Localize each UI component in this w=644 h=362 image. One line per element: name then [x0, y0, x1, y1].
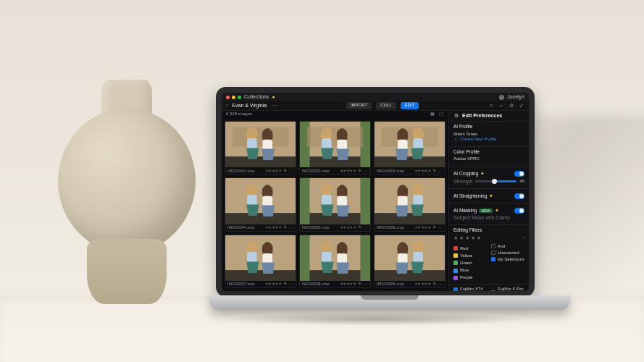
gear-icon[interactable]: ⚙ [509, 103, 514, 109]
plus-icon: ＋ [453, 137, 458, 142]
window-titlebar: Collections ● Jocelyn [222, 93, 529, 101]
rating-stars[interactable]: ★★★★★ [414, 282, 431, 287]
create-profile-link[interactable]: ＋ Create New Profile [453, 137, 524, 142]
view-single-icon[interactable]: ▢ [438, 111, 444, 117]
thumbnail-meta: IMG00009.xmp ★★★★★ ⚑ ⋯ [375, 281, 445, 287]
rating-stars[interactable]: ★★★★★ [265, 282, 282, 287]
more-icon[interactable]: ⋯ [289, 225, 293, 230]
rating-stars[interactable]: ★★★★★ [414, 225, 431, 230]
flag-icon[interactable]: ⚑ [358, 225, 361, 230]
collections-label[interactable]: Collections [244, 94, 269, 100]
thumbnail-image[interactable] [300, 122, 370, 167]
svg-rect-17 [375, 156, 445, 167]
camera-preset[interactable]: Fujifilm X-Pro 2 [491, 287, 524, 291]
svg-rect-22 [398, 140, 408, 151]
thumbnail-filename: IMG00005.xmp [302, 225, 338, 230]
ai-crop-toggle[interactable] [514, 171, 524, 177]
and-up-icon[interactable]: › [523, 235, 524, 241]
view-grid-icon[interactable]: ▦ [430, 111, 435, 117]
svg-rect-56 [337, 253, 347, 264]
rating-stars[interactable]: ★★★★★ [340, 225, 356, 230]
ai-mask-sub[interactable]: Subject Mask with Clarity [453, 215, 524, 221]
thumbnail-image[interactable] [375, 235, 445, 281]
thumbnail-filename: IMG00009.xmp [377, 282, 412, 287]
svg-rect-20 [413, 138, 423, 150]
rating-stars[interactable]: ★★★★★ [340, 169, 356, 174]
minimize-icon[interactable] [232, 96, 235, 99]
expand-icon[interactable]: ⤢ [519, 103, 524, 109]
rating-filter[interactable]: ★ ★ ★ ★ ★ [453, 235, 481, 241]
thumbnail-image[interactable] [300, 235, 370, 281]
flag-filter-my-selections[interactable]: My Selections [491, 257, 524, 262]
sparkle-icon: ✦ [495, 208, 499, 214]
ai-crop-strength-slider[interactable] [475, 180, 517, 182]
photo-editor-app: Collections ● Jocelyn ‹ Evan & Virginia … [222, 93, 529, 291]
tab-import[interactable]: IMPORT [346, 102, 372, 109]
more-icon[interactable]: ⋯ [438, 225, 443, 230]
flag-icon[interactable]: ⚑ [283, 169, 287, 174]
more-icon[interactable]: ⋯ [364, 225, 368, 230]
flag-filter-unselected[interactable]: Unselected [491, 251, 524, 256]
search-icon[interactable]: ⌕ [498, 103, 504, 109]
album-more-icon[interactable]: ⋯ [271, 103, 277, 109]
more-icon[interactable]: ⋯ [438, 282, 443, 287]
thumbnail-image[interactable] [375, 178, 445, 224]
svg-rect-38 [375, 213, 445, 224]
svg-rect-34 [322, 195, 332, 206]
thumbnail-cell[interactable]: IMG00004.xmp ★★★★★ ⚑ ⋯ [225, 177, 296, 231]
rating-stars[interactable]: ★★★★★ [414, 169, 431, 174]
album-title[interactable]: Evan & Virginia [232, 103, 267, 109]
color-label-red[interactable]: Red [453, 246, 468, 251]
flag-filter-and[interactable]: And [491, 244, 524, 249]
thumbnail-cell[interactable]: IMG00001.xmp ★★★★★ ⚑ ⋯ [225, 121, 296, 174]
back-button[interactable]: ‹ [226, 103, 227, 109]
username[interactable]: Jocelyn [507, 94, 524, 100]
rating-stars[interactable]: ★★★★★ [265, 169, 282, 174]
thumbnail-image[interactable] [225, 235, 296, 281]
camera-preset[interactable]: Fujifilm XT4 [453, 287, 487, 291]
thumbnail-image[interactable] [300, 178, 370, 224]
flag-icon[interactable]: ⚑ [358, 282, 361, 287]
thumbnail-cell[interactable]: IMG00002.xmp ★★★★★ ⚑ ⋯ [299, 121, 371, 174]
tab-edit[interactable]: EDIT [401, 102, 419, 109]
thumbnail-image[interactable] [225, 178, 296, 224]
avatar[interactable] [499, 95, 504, 100]
rating-stars[interactable]: ★★★★★ [340, 282, 356, 287]
color-label-yellow[interactable]: Yellow [453, 253, 472, 258]
panel-gear-icon[interactable]: ⚙ [453, 113, 459, 119]
ai-straight-toggle[interactable] [514, 193, 524, 199]
flag-icon[interactable]: ⚑ [432, 282, 436, 287]
thumbnail-cell[interactable]: IMG00007.xmp ★★★★★ ⚑ ⋯ [225, 235, 296, 288]
thumbnail-cell[interactable]: IMG00009.xmp ★★★★★ ⚑ ⋯ [374, 235, 446, 288]
ai-crop-heading: AI Cropping [453, 171, 478, 177]
thumbnail-image[interactable] [375, 122, 445, 167]
thumbnail-image[interactable] [225, 122, 296, 167]
flag-icon[interactable]: ⚑ [432, 225, 436, 230]
window-controls[interactable] [226, 96, 241, 99]
color-label-blue[interactable]: Blue [453, 268, 469, 273]
ai-mask-toggle[interactable] [514, 208, 524, 214]
more-icon[interactable]: ⋯ [364, 169, 368, 174]
flag-icon[interactable]: ⚑ [283, 225, 287, 230]
more-icon[interactable]: ⋯ [289, 169, 293, 174]
more-icon[interactable]: ⋯ [438, 169, 443, 174]
tab-cull[interactable]: CULL [376, 102, 396, 109]
rating-stars[interactable]: ★★★★★ [265, 225, 282, 230]
more-icon[interactable]: ⋯ [364, 282, 368, 287]
grid-panel: 6,328 images ▦ ▢ [222, 111, 449, 291]
more-icon[interactable]: ⋯ [289, 282, 293, 287]
flag-icon[interactable]: ⚑ [358, 169, 361, 174]
close-icon[interactable] [226, 96, 230, 99]
zoom-icon[interactable] [238, 96, 241, 99]
thumbnail-cell[interactable]: IMG00005.xmp ★★★★★ ⚑ ⋯ [299, 177, 371, 231]
flag-icon[interactable]: ⚑ [283, 282, 287, 287]
thumbnail-cell[interactable]: IMG00006.xmp ★★★★★ ⚑ ⋯ [374, 177, 446, 231]
color-label-purple[interactable]: Purple [453, 275, 472, 280]
ai-profile-value[interactable]: Warm Tones [453, 132, 524, 137]
thumbnail-cell[interactable]: IMG00008.xmp ★★★★★ ⚑ ⋯ [299, 235, 371, 288]
color-profile-value[interactable]: Adobe XPRO [453, 156, 524, 161]
thumbnail-cell[interactable]: IMG00003.xmp ★★★★★ ⚑ ⋯ [374, 121, 446, 174]
color-label-green[interactable]: Green [453, 261, 472, 266]
filter-icon[interactable]: ≡ [488, 103, 494, 109]
flag-icon[interactable]: ⚑ [432, 169, 436, 174]
